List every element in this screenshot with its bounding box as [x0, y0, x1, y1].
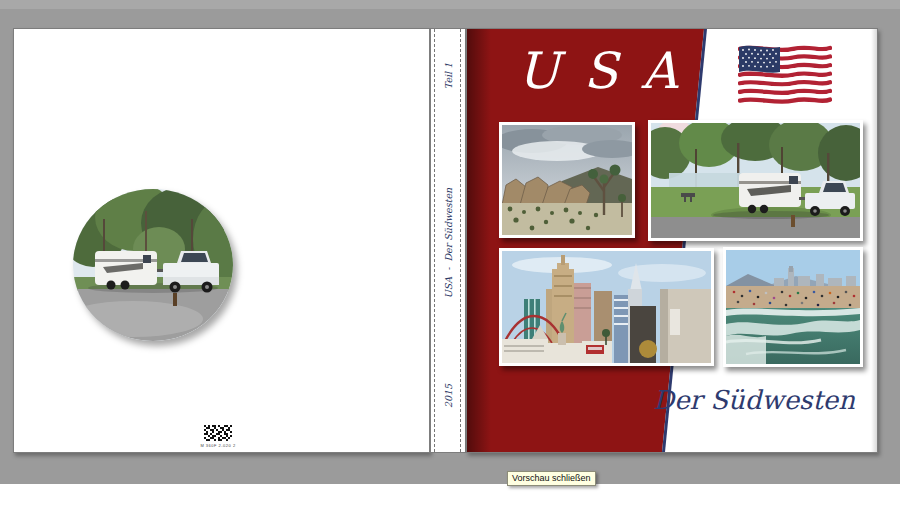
spine-title-label: USA - Der Südwesten: [443, 188, 454, 298]
bottom-bar: [0, 484, 900, 506]
preview-workspace: M 360F 2-020 2 Teil 1 USA - Der Südweste…: [0, 0, 900, 484]
spine-fold-line-left: [434, 29, 435, 452]
cover-fold-shadow: [467, 29, 491, 452]
cover-right-edge-shade: [871, 29, 877, 452]
spine: Teil 1 USA - Der Südwesten 2015: [430, 28, 466, 453]
barcode: [204, 425, 232, 442]
spine-fold-line-right: [460, 29, 461, 452]
tooltip-close-preview: Vorschau schließen: [507, 471, 596, 486]
back-cover-oval-photo-truck-trailer: [73, 189, 233, 341]
front-cover-page: U S A: [466, 28, 878, 453]
spine-part-label: Teil 1: [443, 63, 454, 89]
barcode-caption: M 360F 2-020 2: [195, 443, 241, 448]
photo-campground-truck-trailer: [648, 120, 863, 241]
photo-beach-waves: [723, 247, 863, 367]
cover-subtitle: Der Südwesten: [653, 385, 855, 415]
spine-year-label: 2015: [443, 384, 454, 408]
photo-joshua-tree-desert: [499, 122, 635, 238]
back-cover-page: M 360F 2-020 2: [13, 28, 430, 453]
workspace-top-band: [0, 0, 900, 9]
cover-title: U S A: [497, 44, 702, 99]
us-flag-icon: [738, 44, 832, 107]
photo-las-vegas-skyline: [499, 248, 714, 366]
